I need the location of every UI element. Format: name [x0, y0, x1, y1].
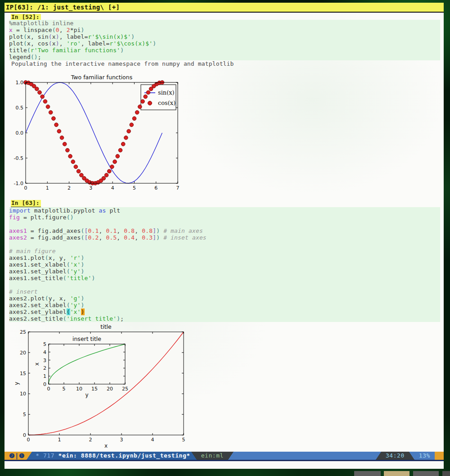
svg-text:5: 5 — [182, 437, 185, 443]
svg-text:2: 2 — [68, 185, 71, 191]
emacs-frame: IP[63]: /1: just_testing\ [+] In [52]: %… — [4, 3, 444, 469]
svg-text:20: 20 — [20, 350, 26, 356]
svg-text:0: 0 — [27, 437, 30, 443]
cell-input-in63[interactable]: import matplotlib.pyplot as pltfig = plt… — [9, 207, 440, 322]
svg-text:0: 0 — [47, 386, 50, 392]
svg-text:7: 7 — [176, 185, 180, 191]
svg-text:10: 10 — [76, 386, 82, 392]
svg-text:25: 25 — [20, 329, 26, 335]
echo-area[interactable] — [4, 461, 444, 469]
notebook-title: IP[63]: /1: just_testing\ [+] — [6, 4, 120, 11]
svg-text:25: 25 — [122, 386, 128, 392]
cell-output-text: Populating the interactive namespace fro… — [11, 60, 234, 67]
svg-text:4: 4 — [43, 349, 46, 355]
svg-text:10: 10 — [20, 391, 26, 397]
cell-input-in52[interactable]: %matplotlib inlinex = linspace(0, 2*pi)p… — [9, 20, 440, 60]
plot-title-with-inset: 0123450510152025titlexy0510152025012345i… — [9, 323, 194, 452]
svg-text:3: 3 — [43, 358, 46, 363]
svg-text:sin(x): sin(x) — [158, 89, 175, 96]
taskbar-window-block[interactable] — [442, 471, 450, 476]
svg-text:y: y — [14, 382, 20, 385]
svg-text:y: y — [85, 392, 88, 398]
svg-text:0.5: 0.5 — [16, 105, 24, 111]
buffer-name: *ein: 8888/test.ipynb/just_testing* — [58, 452, 190, 459]
svg-text:1: 1 — [58, 437, 61, 443]
svg-text:2: 2 — [43, 365, 46, 371]
modeline-filler — [234, 452, 376, 460]
svg-text:3: 3 — [120, 437, 123, 443]
battery-indicator: 13% — [414, 452, 435, 460]
window-number-icon: ❷|❶ — [4, 452, 27, 460]
svg-text:title: title — [100, 323, 112, 330]
svg-text:0: 0 — [23, 432, 26, 438]
modeline-separator — [191, 452, 197, 460]
svg-text:1.0: 1.0 — [16, 80, 24, 86]
svg-text:3: 3 — [89, 185, 92, 191]
clock: 34:20 — [381, 452, 409, 460]
svg-text:insert title: insert title — [72, 335, 101, 342]
svg-text:0: 0 — [24, 185, 27, 191]
svg-text:15: 15 — [91, 386, 98, 392]
svg-text:-1.0: -1.0 — [14, 181, 23, 186]
svg-text:5: 5 — [133, 185, 136, 191]
svg-text:6: 6 — [154, 185, 158, 191]
modified-flag: * — [36, 452, 39, 459]
svg-text:4: 4 — [151, 437, 154, 443]
svg-text:4: 4 — [111, 185, 114, 191]
plot-two-familiar-functions: sin(x)cos(x)01234567-1.0-0.50.00.51.0Two… — [8, 73, 188, 195]
desktop: IP[63]: /1: just_testing\ [+] In [52]: %… — [0, 0, 450, 476]
svg-text:cos(x): cos(x) — [158, 100, 176, 106]
svg-text:0.0: 0.0 — [16, 130, 24, 136]
modeline[interactable]: ❷|❶ * 717 *ein: 8888/test.ipynb/just_tes… — [4, 452, 444, 460]
svg-text:-0.5: -0.5 — [14, 155, 23, 161]
modeline-separator — [409, 452, 414, 460]
svg-text:15: 15 — [20, 371, 26, 376]
taskbar-window-block[interactable] — [384, 471, 410, 476]
notebook-header-bar[interactable]: IP[63]: /1: just_testing\ [+] — [4, 3, 444, 13]
svg-text:20: 20 — [107, 386, 113, 392]
modeline-separator — [228, 452, 234, 460]
svg-text:1: 1 — [46, 185, 49, 191]
cell-prompt-in63: In [63]: — [11, 200, 41, 207]
modeline-end-block — [435, 452, 444, 460]
notebook-buffer[interactable]: In [52]: %matplotlib inlinex = linspace(… — [4, 13, 444, 452]
svg-text:1: 1 — [43, 373, 46, 379]
svg-text:2: 2 — [89, 437, 92, 443]
svg-text:0: 0 — [43, 381, 46, 387]
svg-text:5: 5 — [23, 412, 26, 417]
svg-text:x: x — [104, 443, 108, 449]
modeline-buffer-segment: * 717 *ein: 8888/test.ipynb/just_testing… — [32, 452, 191, 460]
taskbar-window-block[interactable] — [413, 471, 439, 476]
modeline-separator — [376, 452, 381, 460]
svg-text:5: 5 — [43, 341, 46, 347]
modeline-separator — [27, 452, 32, 460]
taskbar-window-block[interactable] — [354, 471, 381, 476]
svg-text:x: x — [34, 363, 40, 366]
line-number: 717 — [43, 452, 54, 459]
svg-text:Two familiar functions: Two familiar functions — [71, 74, 132, 81]
minor-mode: ein:ml — [197, 452, 228, 460]
svg-text:5: 5 — [63, 386, 66, 392]
